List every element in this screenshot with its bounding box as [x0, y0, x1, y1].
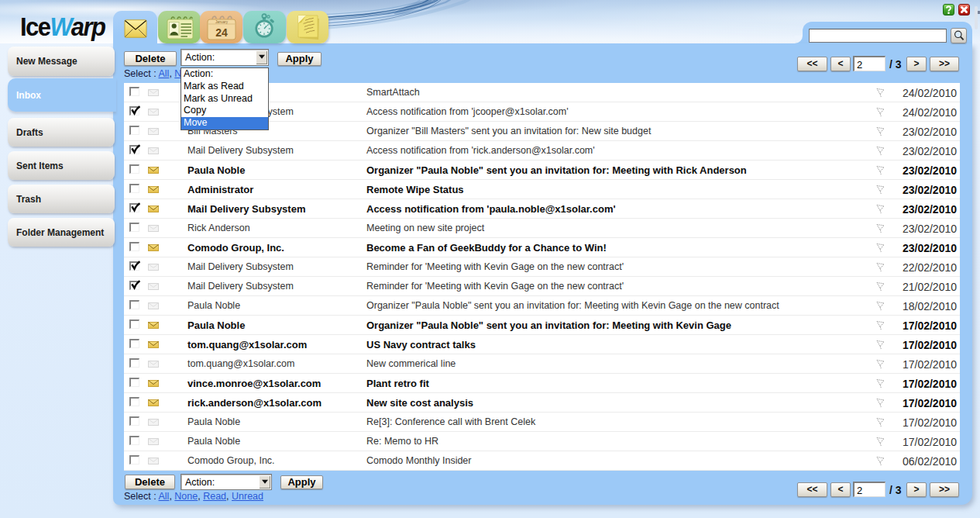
- svg-text:24: 24: [215, 26, 228, 39]
- svg-text:January: January: [215, 20, 229, 24]
